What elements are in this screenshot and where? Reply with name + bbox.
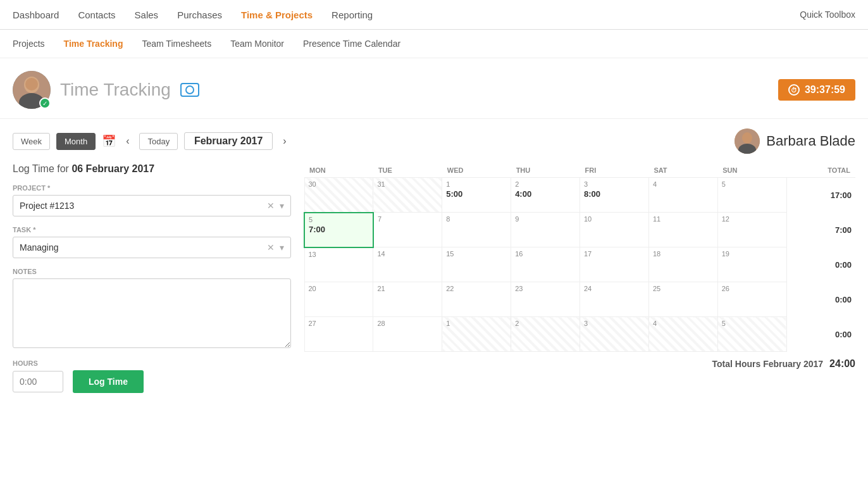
col-mon: MON	[304, 163, 373, 178]
day-cell-w0-d3[interactable]: 24:00	[511, 178, 580, 213]
notes-input[interactable]	[13, 278, 291, 348]
day-num: 9	[515, 215, 576, 223]
day-cell-w3-d3[interactable]: 23	[511, 282, 580, 317]
day-cell-w2-d5[interactable]: 18	[648, 247, 717, 282]
day-cell-w2-d4[interactable]: 17	[580, 247, 649, 282]
day-cell-w3-d6[interactable]: 26	[717, 282, 786, 317]
day-cell-w2-d2[interactable]: 15	[442, 247, 511, 282]
hours-input[interactable]	[13, 371, 63, 392]
calendar-table: MON TUE WED THU FRI SAT SUN TOTAL 303115…	[304, 163, 855, 352]
day-cell-w1-d2[interactable]: 8	[442, 213, 511, 247]
nav-reporting[interactable]: Reporting	[332, 1, 373, 29]
day-cell-w3-d0[interactable]: 20	[304, 282, 373, 317]
day-cell-w0-d2[interactable]: 15:00	[442, 178, 511, 213]
day-cell-w1-d0[interactable]: 57:00	[304, 213, 373, 247]
top-nav-items: Dashboard Contacts Sales Purchases Time …	[13, 1, 800, 29]
nav-dashboard[interactable]: Dashboard	[13, 1, 59, 29]
day-cell-w4-d2[interactable]: 1	[442, 317, 511, 352]
day-cell-w4-d6[interactable]: 5	[717, 317, 786, 352]
day-hours: 5:00	[446, 189, 507, 199]
camera-icon[interactable]	[180, 83, 199, 97]
day-cell-w4-d1[interactable]: 28	[373, 317, 442, 352]
day-cell-w4-d4[interactable]: 3	[580, 317, 649, 352]
project-select-actions: ✕ ▾	[267, 201, 284, 211]
day-cell-w1-d1[interactable]: 7	[373, 213, 442, 247]
day-cell-w0-d0[interactable]: 30	[304, 178, 373, 213]
svg-point-3	[25, 78, 38, 90]
quick-toolbox-button[interactable]: Quick Toolbox	[800, 9, 855, 20]
day-num: 20	[309, 285, 369, 292]
page-header: ✓ Time Tracking ⏱ 39:37:59	[0, 58, 868, 119]
expand-project-icon[interactable]: ▾	[280, 201, 284, 211]
day-num: 19	[722, 250, 783, 258]
week-total-w3: 0:00	[786, 282, 855, 317]
day-num: 27	[309, 320, 369, 327]
day-num: 24	[584, 285, 645, 292]
day-cell-w0-d6[interactable]: 5	[717, 178, 786, 213]
day-cell-w4-d3[interactable]: 2	[511, 317, 580, 352]
task-label: TASK *	[13, 226, 291, 234]
day-cell-w2-d3[interactable]: 16	[511, 247, 580, 282]
day-hours: 4:00	[515, 189, 576, 199]
day-cell-w3-d4[interactable]: 24	[580, 282, 649, 317]
day-cell-w1-d6[interactable]: 12	[717, 213, 786, 247]
day-cell-w2-d1[interactable]: 14	[373, 247, 442, 282]
calendar-panel: MON TUE WED THU FRI SAT SUN TOTAL 303115…	[304, 163, 855, 403]
prev-month-button[interactable]: ‹	[122, 134, 133, 148]
subnav-team-monitor[interactable]: Team Monitor	[230, 39, 284, 49]
week-view-button[interactable]: Week	[13, 133, 50, 150]
nav-contacts[interactable]: Contacts	[78, 1, 115, 29]
col-thu: THU	[511, 163, 580, 178]
day-cell-w0-d4[interactable]: 38:00	[580, 178, 649, 213]
day-num: 12	[722, 215, 783, 223]
day-cell-w4-d5[interactable]: 4	[648, 317, 717, 352]
month-view-button[interactable]: Month	[56, 133, 96, 150]
nav-purchases[interactable]: Purchases	[177, 1, 222, 29]
day-cell-w1-d4[interactable]: 10	[580, 213, 649, 247]
day-num: 10	[584, 215, 645, 223]
day-cell-w3-d5[interactable]: 25	[648, 282, 717, 317]
subnav-presence-time-calendar[interactable]: Presence Time Calendar	[303, 39, 400, 49]
col-wed: WED	[442, 163, 511, 178]
next-month-button[interactable]: ›	[279, 134, 290, 148]
month-display: February 2017	[184, 132, 273, 150]
day-cell-w3-d2[interactable]: 22	[442, 282, 511, 317]
day-num: 17	[584, 250, 645, 258]
clear-task-icon[interactable]: ✕	[267, 242, 275, 253]
project-label: PROJECT *	[13, 184, 291, 192]
nav-sales[interactable]: Sales	[135, 1, 159, 29]
calendar-picker-icon[interactable]: 📅	[102, 134, 116, 148]
subnav-projects[interactable]: Projects	[13, 39, 45, 49]
day-cell-w3-d1[interactable]: 21	[373, 282, 442, 317]
day-num: 8	[446, 215, 507, 223]
project-select[interactable]: Project #1213 ✕ ▾	[13, 195, 291, 216]
day-num: 31	[377, 180, 438, 188]
avatar: ✓	[13, 71, 51, 109]
expand-task-icon[interactable]: ▾	[280, 242, 284, 253]
calendar-controls-left: Week Month 📅 ‹ Today February 2017 ›	[13, 132, 290, 150]
day-num: 23	[515, 285, 576, 292]
day-num: 25	[653, 285, 714, 292]
subnav-time-tracking[interactable]: Time Tracking	[64, 39, 123, 49]
day-cell-w0-d1[interactable]: 31	[373, 178, 442, 213]
day-cell-w4-d0[interactable]: 27	[304, 317, 373, 352]
log-time-button[interactable]: Log Time	[73, 370, 144, 393]
day-cell-w1-d3[interactable]: 9	[511, 213, 580, 247]
subnav-team-timesheets[interactable]: Team Timesheets	[142, 39, 211, 49]
day-cell-w1-d5[interactable]: 11	[648, 213, 717, 247]
notes-group: NOTES	[13, 268, 291, 350]
clear-project-icon[interactable]: ✕	[267, 201, 275, 211]
timer-value: 39:37:59	[805, 84, 845, 96]
day-num: 5	[722, 180, 783, 188]
timer-badge[interactable]: ⏱ 39:37:59	[778, 79, 855, 101]
week-total-w1: 7:00	[786, 213, 855, 247]
nav-time-projects[interactable]: Time & Projects	[241, 1, 313, 29]
today-button[interactable]: Today	[139, 133, 178, 150]
day-cell-w0-d5[interactable]: 4	[648, 178, 717, 213]
log-time-date: 06 February 2017	[71, 163, 154, 174]
project-group: PROJECT * Project #1213 ✕ ▾	[13, 184, 291, 216]
day-cell-w2-d6[interactable]: 19	[717, 247, 786, 282]
total-footer: Total Hours February 2017 24:00	[304, 352, 855, 376]
day-cell-w2-d0[interactable]: 13	[304, 247, 373, 282]
task-select[interactable]: Managing ✕ ▾	[13, 237, 291, 258]
